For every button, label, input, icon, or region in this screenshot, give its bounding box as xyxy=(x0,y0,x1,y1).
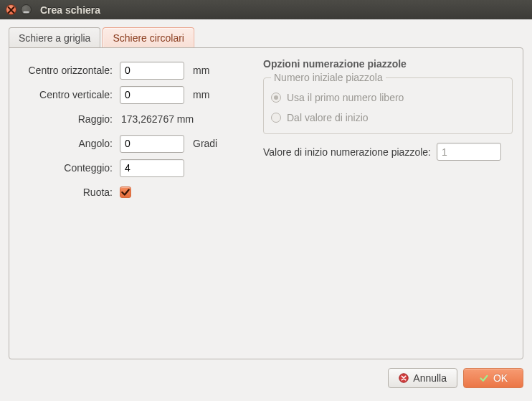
vcenter-label: Centro verticale: xyxy=(19,89,120,100)
rotate-label: Ruota: xyxy=(19,187,120,198)
radio-first-free[interactable] xyxy=(271,93,281,103)
circular-form: Centro orizzontale: mm Centro verticale:… xyxy=(19,58,249,352)
tab-circular[interactable]: Schiere circolari xyxy=(103,27,194,48)
tab-grid[interactable]: Schiere a griglia xyxy=(9,27,100,48)
radius-value: 173,262767 mm xyxy=(120,113,194,125)
count-label: Conteggio: xyxy=(19,162,120,174)
rotate-checkbox[interactable] xyxy=(120,187,131,198)
angle-unit: Gradi xyxy=(184,138,217,149)
window-title: Crea schiera xyxy=(40,4,100,16)
angle-input[interactable] xyxy=(120,135,184,153)
ok-button[interactable]: OK xyxy=(463,368,523,388)
tab-bar: Schiere a griglia Schiere circolari xyxy=(9,27,523,48)
count-input[interactable] xyxy=(120,159,184,177)
title-bar: Crea schiera xyxy=(0,0,532,19)
cancel-button[interactable]: Annulla xyxy=(388,368,457,388)
close-icon[interactable] xyxy=(6,4,16,15)
cancel-icon xyxy=(399,373,409,383)
radio-from-start[interactable] xyxy=(271,113,281,123)
vcenter-unit: mm xyxy=(184,89,209,100)
pad-numbering-options: Opzioni numerazione piazzole Numero iniz… xyxy=(263,58,513,352)
hcenter-input[interactable] xyxy=(120,62,184,80)
angle-label: Angolo: xyxy=(19,138,120,149)
hcenter-unit: mm xyxy=(184,65,209,76)
ok-icon xyxy=(479,373,489,383)
start-value-input xyxy=(437,143,501,161)
ok-button-label: OK xyxy=(493,372,508,384)
hcenter-label: Centro orizzontale: xyxy=(19,65,120,76)
pad-options-title: Opzioni numerazione piazzole xyxy=(263,58,513,70)
tab-circular-label: Schiere circolari xyxy=(113,32,184,44)
svg-rect-0 xyxy=(24,11,29,12)
check-icon xyxy=(120,187,130,197)
radius-label: Raggio: xyxy=(19,113,120,125)
initial-pad-number-group: Numero iniziale piazzola Usa il primo nu… xyxy=(263,72,513,134)
window-client: Schiere a griglia Schiere circolari Cent… xyxy=(0,19,532,401)
start-value-label: Valore di inizio numerazione piazzole: xyxy=(263,146,431,158)
radio-first-free-label: Usa il primo numero libero xyxy=(287,92,404,103)
tab-page-circular: Centro orizzontale: mm Centro verticale:… xyxy=(9,47,523,359)
vcenter-input[interactable] xyxy=(120,86,184,104)
radio-from-start-label: Dal valore di inizio xyxy=(287,112,369,123)
cancel-button-label: Annulla xyxy=(413,372,447,384)
tab-grid-label: Schiere a griglia xyxy=(19,32,90,44)
dialog-footer: Annulla OK xyxy=(9,364,523,392)
minimize-icon[interactable] xyxy=(21,4,32,15)
initial-pad-number-legend: Numero iniziale piazzola xyxy=(271,72,386,83)
